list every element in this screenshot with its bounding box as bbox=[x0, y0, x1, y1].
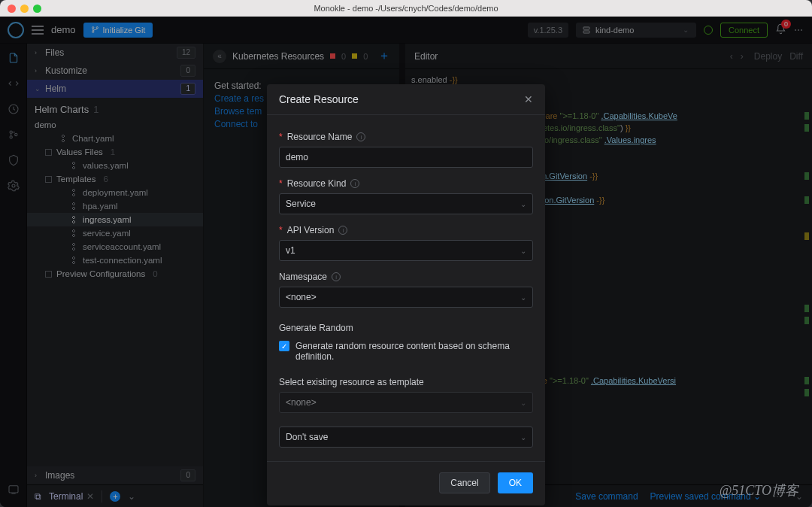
cancel-button[interactable]: Cancel bbox=[439, 472, 489, 493]
ok-button[interactable]: OK bbox=[498, 472, 533, 493]
select-template[interactable]: <none>⌄ bbox=[279, 392, 533, 413]
select-api-version[interactable]: v1⌄ bbox=[279, 240, 533, 261]
app-root: demo Initialize Git v.1.25.3 kind-demo ⌄… bbox=[0, 17, 812, 507]
chevron-down-icon: ⌄ bbox=[520, 433, 526, 442]
modal-backdrop[interactable]: Create Resource ✕ *Resource Namei demo *… bbox=[0, 17, 812, 507]
label-template: Select existing resource as template bbox=[279, 377, 533, 387]
close-modal-button[interactable]: ✕ bbox=[524, 93, 533, 105]
info-icon[interactable]: i bbox=[332, 272, 341, 281]
info-icon[interactable]: i bbox=[356, 132, 365, 141]
input-resource-name[interactable]: demo bbox=[279, 147, 533, 168]
modal-footer: Cancel OK bbox=[267, 461, 545, 505]
modal-title: Create Resource bbox=[279, 93, 359, 105]
label-generate-random: Generate Random bbox=[279, 323, 533, 333]
mac-titlebar: Monokle - demo -/Users/cnych/Codes/demo/… bbox=[0, 0, 812, 17]
select-namespace[interactable]: <none>⌄ bbox=[279, 287, 533, 308]
info-icon[interactable]: i bbox=[338, 226, 347, 235]
checkbox-generate-random[interactable]: ✓ Generate random resource content based… bbox=[279, 341, 533, 362]
label-resource-name: *Resource Namei bbox=[279, 132, 533, 142]
chevron-down-icon: ⌄ bbox=[520, 399, 526, 407]
chevron-down-icon: ⌄ bbox=[520, 200, 526, 208]
label-namespace: Namespacei bbox=[279, 272, 533, 282]
create-resource-modal: Create Resource ✕ *Resource Namei demo *… bbox=[267, 84, 545, 505]
modal-header: Create Resource ✕ bbox=[267, 84, 545, 115]
label-api-version: *API Versioni bbox=[279, 225, 533, 235]
generate-random-description: Generate random resource content based o… bbox=[295, 341, 533, 362]
modal-body: *Resource Namei demo *Resource Kindi Ser… bbox=[267, 115, 545, 452]
chevron-down-icon: ⌄ bbox=[520, 247, 526, 255]
info-icon[interactable]: i bbox=[350, 179, 359, 188]
watermark: @51CTO博客 bbox=[720, 481, 798, 499]
label-resource-kind: *Resource Kindi bbox=[279, 178, 533, 189]
chevron-down-icon: ⌄ bbox=[520, 293, 526, 302]
select-save-option[interactable]: Don't save⌄ bbox=[279, 427, 533, 448]
select-resource-kind[interactable]: Service⌄ bbox=[279, 193, 533, 214]
window-title: Monokle - demo -/Users/cnych/Codes/demo/… bbox=[0, 4, 812, 13]
checkbox-icon: ✓ bbox=[279, 341, 289, 351]
